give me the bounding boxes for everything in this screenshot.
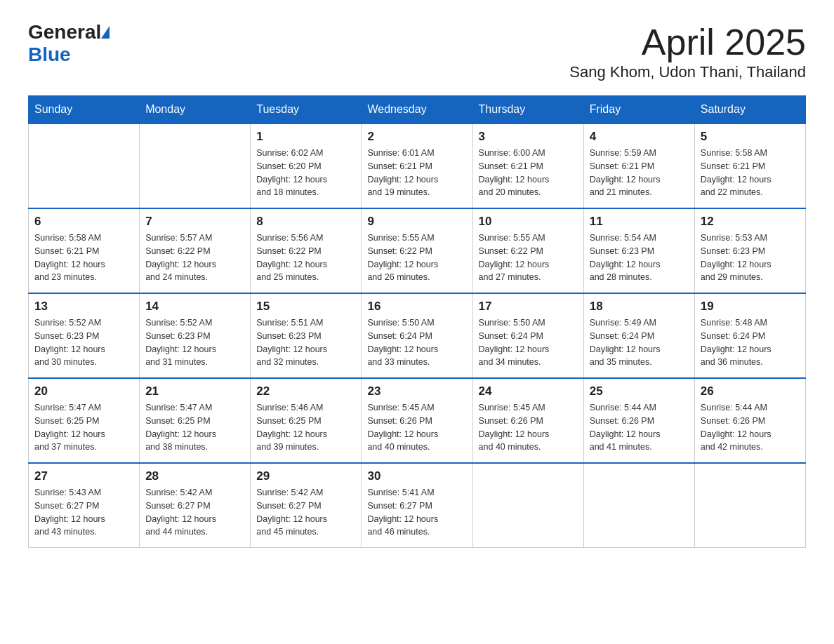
calendar-cell: 11Sunrise: 5:54 AMSunset: 6:23 PMDayligh… [583,208,694,293]
day-detail: Sunrise: 5:45 AMSunset: 6:26 PMDaylight:… [479,401,578,454]
day-number: 1 [256,130,355,144]
day-number: 3 [479,130,578,144]
day-detail: Sunrise: 5:42 AMSunset: 6:27 PMDaylight:… [256,486,355,539]
calendar-cell: 5Sunrise: 5:58 AMSunset: 6:21 PMDaylight… [694,123,805,208]
day-number: 13 [34,300,133,314]
calendar-cell [472,463,583,548]
calendar-cell: 10Sunrise: 5:55 AMSunset: 6:22 PMDayligh… [472,208,583,293]
logo-blue: Blue [28,43,71,65]
calendar-cell: 2Sunrise: 6:01 AMSunset: 6:21 PMDaylight… [362,123,472,208]
calendar-cell: 16Sunrise: 5:50 AMSunset: 6:24 PMDayligh… [362,293,472,378]
day-detail: Sunrise: 5:55 AMSunset: 6:22 PMDaylight:… [367,232,466,284]
day-number: 27 [34,469,133,483]
calendar-cell: 21Sunrise: 5:47 AMSunset: 6:25 PMDayligh… [140,378,251,463]
logo-text: General Blue [28,21,110,66]
day-number: 25 [590,384,689,398]
day-number: 8 [256,215,355,229]
calendar-cell: 4Sunrise: 5:59 AMSunset: 6:21 PMDaylight… [583,123,694,208]
header-thursday: Thursday [472,96,583,124]
calendar-cell: 23Sunrise: 5:45 AMSunset: 6:26 PMDayligh… [362,378,472,463]
header-monday: Monday [140,96,251,124]
day-number: 24 [479,384,578,398]
day-detail: Sunrise: 5:57 AMSunset: 6:22 PMDaylight:… [145,232,244,284]
calendar-table: Sunday Monday Tuesday Wednesday Thursday… [28,95,806,548]
calendar-cell: 25Sunrise: 5:44 AMSunset: 6:26 PMDayligh… [583,378,694,463]
calendar-week-row: 13Sunrise: 5:52 AMSunset: 6:23 PMDayligh… [29,293,806,378]
day-detail: Sunrise: 6:02 AMSunset: 6:20 PMDaylight:… [256,147,355,199]
calendar-cell: 7Sunrise: 5:57 AMSunset: 6:22 PMDaylight… [140,208,251,293]
day-number: 4 [590,130,689,144]
calendar-cell: 22Sunrise: 5:46 AMSunset: 6:25 PMDayligh… [251,378,362,463]
calendar-cell: 3Sunrise: 6:00 AMSunset: 6:21 PMDaylight… [472,123,583,208]
day-detail: Sunrise: 5:49 AMSunset: 6:24 PMDaylight:… [590,316,689,369]
day-detail: Sunrise: 5:53 AMSunset: 6:23 PMDaylight:… [701,232,800,284]
day-detail: Sunrise: 5:55 AMSunset: 6:22 PMDaylight:… [479,232,578,284]
calendar-cell: 9Sunrise: 5:55 AMSunset: 6:22 PMDaylight… [362,208,472,293]
day-detail: Sunrise: 5:44 AMSunset: 6:26 PMDaylight:… [590,401,689,454]
day-detail: Sunrise: 5:52 AMSunset: 6:23 PMDaylight:… [145,316,244,369]
day-number: 7 [145,215,244,229]
calendar-week-row: 27Sunrise: 5:43 AMSunset: 6:27 PMDayligh… [29,463,806,548]
header-tuesday: Tuesday [251,96,362,124]
calendar-cell: 13Sunrise: 5:52 AMSunset: 6:23 PMDayligh… [29,293,140,378]
calendar-subtitle: Sang Khom, Udon Thani, Thailand [569,63,806,81]
day-detail: Sunrise: 5:41 AMSunset: 6:27 PMDaylight:… [367,486,466,539]
day-detail: Sunrise: 5:50 AMSunset: 6:24 PMDaylight:… [479,316,578,369]
header-wednesday: Wednesday [362,96,472,124]
day-detail: Sunrise: 5:43 AMSunset: 6:27 PMDaylight:… [34,486,133,539]
day-detail: Sunrise: 5:44 AMSunset: 6:26 PMDaylight:… [701,401,800,454]
header: General Blue April 2025 Sang Khom, Udon … [28,21,806,81]
day-detail: Sunrise: 5:47 AMSunset: 6:25 PMDaylight:… [145,401,244,454]
header-sunday: Sunday [29,96,140,124]
day-number: 21 [145,384,244,398]
logo-icon [101,26,110,39]
day-number: 18 [590,300,689,314]
day-number: 2 [367,130,466,144]
calendar-cell [694,463,805,548]
day-detail: Sunrise: 5:54 AMSunset: 6:23 PMDaylight:… [590,232,689,284]
day-number: 29 [256,469,355,483]
day-detail: Sunrise: 5:58 AMSunset: 6:21 PMDaylight:… [34,232,133,284]
day-number: 10 [479,215,578,229]
day-number: 5 [701,130,800,144]
calendar-week-row: 6Sunrise: 5:58 AMSunset: 6:21 PMDaylight… [29,208,806,293]
day-number: 30 [367,469,466,483]
calendar-cell: 19Sunrise: 5:48 AMSunset: 6:24 PMDayligh… [694,293,805,378]
day-number: 20 [34,384,133,398]
calendar-week-row: 20Sunrise: 5:47 AMSunset: 6:25 PMDayligh… [29,378,806,463]
day-detail: Sunrise: 5:47 AMSunset: 6:25 PMDaylight:… [34,401,133,454]
day-number: 11 [590,215,689,229]
day-number: 19 [701,300,800,314]
day-detail: Sunrise: 6:01 AMSunset: 6:21 PMDaylight:… [367,147,466,199]
day-detail: Sunrise: 5:52 AMSunset: 6:23 PMDaylight:… [34,316,133,369]
calendar-cell [29,123,140,208]
day-number: 16 [367,300,466,314]
weekday-header-row: Sunday Monday Tuesday Wednesday Thursday… [29,96,806,124]
day-detail: Sunrise: 5:50 AMSunset: 6:24 PMDaylight:… [367,316,466,369]
calendar-week-row: 1Sunrise: 6:02 AMSunset: 6:20 PMDaylight… [29,123,806,208]
day-number: 9 [367,215,466,229]
header-saturday: Saturday [694,96,805,124]
logo-general: General [28,21,101,43]
calendar-cell: 26Sunrise: 5:44 AMSunset: 6:26 PMDayligh… [694,378,805,463]
day-detail: Sunrise: 5:56 AMSunset: 6:22 PMDaylight:… [256,232,355,284]
day-detail: Sunrise: 5:58 AMSunset: 6:21 PMDaylight:… [701,147,800,199]
day-detail: Sunrise: 6:00 AMSunset: 6:21 PMDaylight:… [479,147,578,199]
calendar-title: April 2025 [569,21,806,63]
header-friday: Friday [583,96,694,124]
calendar-cell: 24Sunrise: 5:45 AMSunset: 6:26 PMDayligh… [472,378,583,463]
title-area: April 2025 Sang Khom, Udon Thani, Thaila… [569,21,806,81]
day-number: 22 [256,384,355,398]
calendar-cell: 29Sunrise: 5:42 AMSunset: 6:27 PMDayligh… [251,463,362,548]
day-detail: Sunrise: 5:59 AMSunset: 6:21 PMDaylight:… [590,147,689,199]
calendar-cell: 8Sunrise: 5:56 AMSunset: 6:22 PMDaylight… [251,208,362,293]
calendar-cell: 1Sunrise: 6:02 AMSunset: 6:20 PMDaylight… [251,123,362,208]
day-detail: Sunrise: 5:46 AMSunset: 6:25 PMDaylight:… [256,401,355,454]
calendar-cell: 6Sunrise: 5:58 AMSunset: 6:21 PMDaylight… [29,208,140,293]
calendar-cell: 12Sunrise: 5:53 AMSunset: 6:23 PMDayligh… [694,208,805,293]
day-number: 28 [145,469,244,483]
logo: General Blue [28,21,110,66]
day-detail: Sunrise: 5:51 AMSunset: 6:23 PMDaylight:… [256,316,355,369]
calendar-cell [140,123,251,208]
calendar-cell: 27Sunrise: 5:43 AMSunset: 6:27 PMDayligh… [29,463,140,548]
